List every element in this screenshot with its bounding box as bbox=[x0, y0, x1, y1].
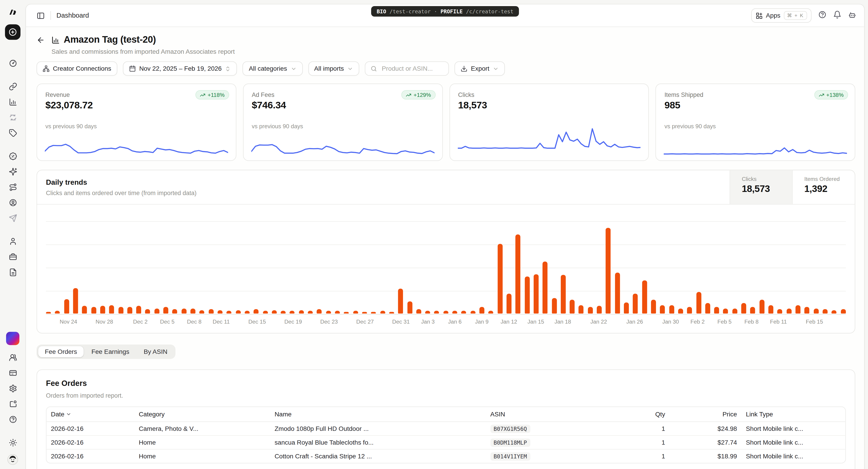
chart-bar[interactable] bbox=[633, 294, 638, 313]
sidebar-item-settings[interactable] bbox=[5, 381, 20, 395]
chart-bar[interactable] bbox=[579, 305, 584, 314]
sidebar-item-reports[interactable] bbox=[5, 265, 20, 279]
chart-bar[interactable] bbox=[651, 300, 656, 314]
chart-bar[interactable] bbox=[362, 312, 367, 314]
sidebar-item-business[interactable] bbox=[5, 249, 20, 264]
chart-bar[interactable] bbox=[64, 299, 69, 314]
sidebar-toggle-button[interactable] bbox=[34, 9, 47, 22]
chart-bar[interactable] bbox=[217, 310, 222, 313]
chart-bar[interactable] bbox=[732, 308, 737, 314]
chart-bar[interactable] bbox=[371, 312, 376, 314]
creator-connections-button[interactable]: Creator Connections bbox=[37, 61, 118, 76]
chart-bar[interactable] bbox=[498, 244, 502, 314]
metric-toggle-items-ordered[interactable]: Items Ordered1,392 bbox=[792, 170, 855, 204]
assistant-button[interactable] bbox=[848, 11, 857, 21]
chart-bar[interactable] bbox=[209, 309, 213, 313]
apps-button[interactable]: Apps ⌘ + K bbox=[751, 8, 811, 23]
chart-bar[interactable] bbox=[813, 308, 818, 314]
chart-bar[interactable] bbox=[759, 300, 764, 314]
chart-bar[interactable] bbox=[145, 309, 150, 313]
sidebar-item-support[interactable] bbox=[5, 412, 20, 426]
chart-bar[interactable] bbox=[389, 312, 394, 314]
sidebar-item-tags[interactable] bbox=[5, 126, 20, 140]
notifications-button[interactable] bbox=[833, 11, 842, 21]
chart-bar[interactable] bbox=[552, 298, 557, 313]
chart-bar[interactable] bbox=[416, 309, 421, 313]
sidebar-item-team[interactable] bbox=[5, 350, 20, 364]
sidebar-item-campaigns[interactable] bbox=[5, 211, 20, 225]
sidebar-item-share[interactable] bbox=[5, 397, 20, 411]
chart-bar[interactable] bbox=[606, 228, 611, 314]
tab-fee-earnings[interactable]: Fee Earnings bbox=[85, 346, 136, 357]
chart-bar[interactable] bbox=[127, 307, 132, 313]
chart-bar[interactable] bbox=[263, 311, 268, 313]
chart-bar[interactable] bbox=[516, 235, 521, 313]
search-input[interactable] bbox=[381, 65, 443, 72]
chart-bar[interactable] bbox=[434, 311, 439, 313]
chart-bar[interactable] bbox=[750, 307, 755, 313]
chart-bar[interactable] bbox=[344, 312, 349, 314]
chart-bar[interactable] bbox=[190, 308, 195, 314]
product-search[interactable] bbox=[365, 61, 449, 76]
chart-bar[interactable] bbox=[542, 261, 548, 313]
sidebar-item-ab-testing[interactable]: AB bbox=[5, 110, 20, 125]
chart-bar[interactable] bbox=[236, 310, 241, 313]
chart-bar[interactable] bbox=[660, 305, 665, 314]
sidebar-item-billing[interactable] bbox=[5, 366, 20, 380]
chart-bar[interactable] bbox=[714, 307, 719, 313]
chart-bar[interactable] bbox=[182, 308, 186, 314]
sidebar-item-contacts[interactable] bbox=[5, 195, 20, 209]
imports-select[interactable]: All imports bbox=[308, 61, 360, 76]
chart-bar[interactable] bbox=[73, 288, 78, 314]
chart-bar[interactable] bbox=[299, 310, 304, 313]
chart-bar[interactable] bbox=[254, 309, 258, 313]
chart-bar[interactable] bbox=[669, 305, 674, 314]
chart-bar[interactable] bbox=[768, 305, 773, 314]
tab-by-asin[interactable]: By ASIN bbox=[137, 346, 174, 357]
chart-bar[interactable] bbox=[642, 280, 647, 313]
chart-bar[interactable] bbox=[832, 310, 837, 313]
chart-bar[interactable] bbox=[525, 277, 530, 313]
environment-pill[interactable]: BIO /test-creator · PROFILE /c/creator-t… bbox=[371, 6, 519, 17]
chart-bar[interactable] bbox=[353, 311, 358, 313]
chart-bar[interactable] bbox=[163, 307, 168, 313]
back-button[interactable] bbox=[37, 36, 45, 46]
chart-bar[interactable] bbox=[317, 309, 322, 313]
help-button[interactable] bbox=[818, 11, 827, 21]
chart-bar[interactable] bbox=[534, 274, 539, 314]
chart-bar[interactable] bbox=[290, 311, 295, 313]
table-row[interactable]: 2026-02-16Camera, Photo & V...Zmodo 1080… bbox=[46, 422, 845, 435]
sidebar-item-ai[interactable] bbox=[5, 164, 20, 179]
sidebar-item-create[interactable] bbox=[5, 24, 21, 40]
chart-bar[interactable] bbox=[777, 309, 782, 313]
export-button[interactable]: Export bbox=[455, 61, 505, 76]
chart-bar[interactable] bbox=[136, 306, 141, 314]
sidebar-item-profile[interactable] bbox=[5, 234, 20, 248]
categories-select[interactable]: All categories bbox=[243, 61, 303, 76]
chart-bar[interactable] bbox=[741, 303, 746, 314]
chart-bar[interactable] bbox=[489, 311, 493, 313]
chart-bar[interactable] bbox=[461, 311, 466, 313]
workspace-avatar[interactable] bbox=[6, 332, 20, 345]
chart-bar[interactable] bbox=[479, 307, 485, 313]
chart-bar[interactable] bbox=[82, 306, 87, 314]
chart-bar[interactable] bbox=[687, 307, 692, 313]
sidebar-item-theme-toggle[interactable] bbox=[5, 435, 20, 449]
chart-bar[interactable] bbox=[91, 307, 96, 313]
chart-bar[interactable] bbox=[615, 272, 620, 313]
chart-bar[interactable] bbox=[624, 302, 629, 313]
chart-bar[interactable] bbox=[569, 300, 575, 314]
chart-bar[interactable] bbox=[678, 308, 683, 314]
chart-bar[interactable] bbox=[470, 311, 475, 313]
sidebar-item-analytics[interactable] bbox=[5, 95, 20, 109]
chart-bar[interactable] bbox=[55, 311, 60, 313]
sidebar-item-offers[interactable] bbox=[5, 149, 20, 163]
chart-bar[interactable] bbox=[796, 305, 800, 314]
chart-bar[interactable] bbox=[561, 275, 565, 314]
chart-bar[interactable] bbox=[705, 303, 710, 314]
chart-bar[interactable] bbox=[506, 294, 512, 313]
chart-bar[interactable] bbox=[199, 310, 204, 313]
tab-fee-orders[interactable]: Fee Orders bbox=[38, 346, 84, 357]
chart-bar[interactable] bbox=[154, 308, 159, 314]
chart-bar[interactable] bbox=[823, 309, 828, 313]
